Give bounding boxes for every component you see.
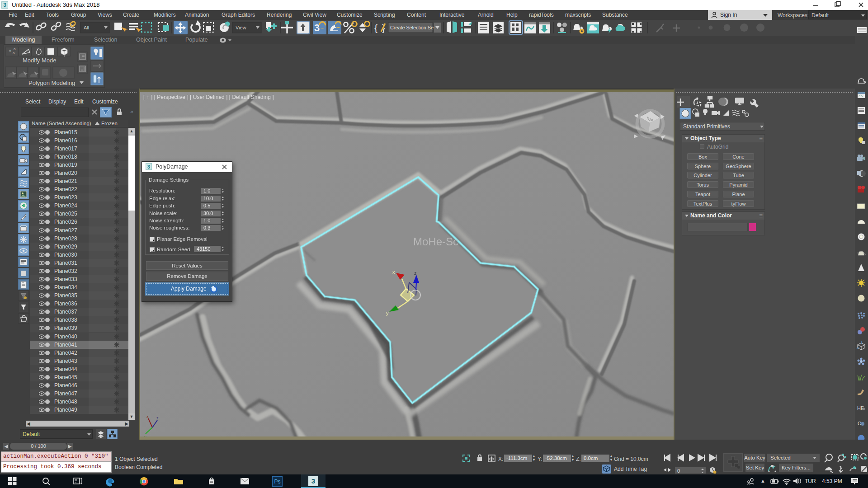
svg-text:{: { (374, 23, 377, 33)
svg-text:o: o (13, 51, 15, 55)
svg-text:z: z (156, 416, 159, 420)
svg-text:x: x (146, 414, 149, 419)
svg-text:Polygon Modeling: Polygon Modeling (28, 80, 75, 86)
svg-text:o: o (14, 47, 16, 51)
svg-text:All: All (84, 25, 89, 30)
svg-text:0: 0 (677, 468, 680, 474)
svg-text:o: o (9, 48, 11, 52)
svg-text:z: z (414, 270, 417, 276)
svg-text:Create Selection Se: Create Selection Se (390, 25, 434, 30)
svg-text:y: y (386, 310, 389, 316)
svg-text:MoHe-Sc: MoHe-Sc (413, 235, 458, 248)
svg-text:View: View (236, 25, 246, 30)
svg-text:x: x (392, 269, 395, 275)
svg-text:Modify Mode: Modify Mode (23, 57, 56, 64)
svg-text:[ + ] [ Perspective ] [ User D: [ + ] [ Perspective ] [ User Defined ] [… (143, 94, 274, 100)
